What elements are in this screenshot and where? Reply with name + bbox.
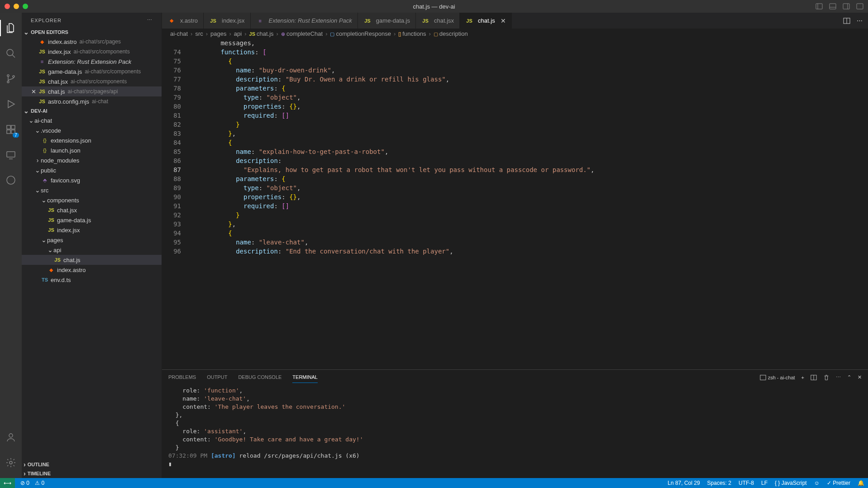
- open-editor-item[interactable]: ✕≡Extension: Rust Extension Pack: [22, 57, 162, 67]
- folder-components[interactable]: components: [22, 195, 162, 205]
- edge-tab[interactable]: [0, 169, 22, 191]
- file-chat.js[interactable]: JSchat.js: [22, 255, 162, 265]
- breadcrumb-item[interactable]: pages: [210, 30, 226, 37]
- search-icon: [5, 48, 16, 59]
- open-editor-item[interactable]: ✕JSchat.jsxai-chat/src/components: [22, 77, 162, 86]
- terminal-output[interactable]: role: 'function', name: 'leave-chat', co…: [162, 385, 868, 478]
- js-icon: JS: [465, 18, 473, 24]
- open-editor-item[interactable]: ✕◆index.astroai-chat/src/pages: [22, 37, 162, 47]
- file-extensions.json[interactable]: {}extensions.json: [22, 135, 162, 145]
- file-index.jsx[interactable]: JSindex.jsx: [22, 225, 162, 235]
- panel-tab-debug-console[interactable]: DEBUG CONSOLE: [238, 372, 281, 383]
- search-tab[interactable]: [0, 43, 22, 64]
- js-icon: JS: [47, 227, 55, 233]
- feedback-icon[interactable]: ☺: [814, 480, 820, 486]
- breadcrumb-item[interactable]: api: [234, 30, 242, 37]
- outline-header[interactable]: OUTLINE: [22, 460, 162, 469]
- tab-index-jsx[interactable]: JSindex.jsx: [204, 13, 251, 29]
- js-icon: JS: [38, 99, 46, 104]
- extensions-tab[interactable]: 7: [0, 119, 22, 140]
- layout-icon[interactable]: [856, 3, 863, 10]
- prettier-status[interactable]: ✓ Prettier: [827, 480, 850, 486]
- breadcrumb-item[interactable]: []functions: [398, 30, 426, 37]
- open-editor-item[interactable]: ✕JSgame-data.jsai-chat/src/components: [22, 67, 162, 77]
- window-controls: [5, 4, 28, 9]
- close-icon[interactable]: ✕: [501, 17, 506, 24]
- run-debug-tab[interactable]: [0, 93, 22, 115]
- breadcrumb-item[interactable]: ⊕completeChat: [281, 30, 323, 37]
- maximize-window[interactable]: [23, 4, 28, 9]
- warnings-count[interactable]: ⚠ 0: [35, 480, 44, 486]
- tab-x-astro[interactable]: ◆x.astro: [162, 13, 204, 29]
- remote-indicator[interactable]: ⟷: [0, 478, 15, 488]
- breadcrumb-item[interactable]: ▢completionResponse: [330, 30, 391, 37]
- more-actions[interactable]: ⋯: [857, 17, 863, 24]
- files-icon: [5, 23, 16, 33]
- indentation[interactable]: Spaces: 2: [707, 480, 731, 486]
- explorer-tab[interactable]: [0, 17, 22, 39]
- tab-Extension-Rust-Extension-Pack[interactable]: ≡Extension: Rust Extension Pack: [251, 13, 358, 29]
- json-icon: {}: [41, 148, 49, 153]
- panel-tab-problems[interactable]: PROBLEMS: [168, 372, 196, 383]
- open-editors-header[interactable]: OPEN EDITORS: [22, 28, 162, 37]
- file-chat.jsx[interactable]: JSchat.jsx: [22, 205, 162, 215]
- folder-src[interactable]: src: [22, 185, 162, 195]
- open-editor-item[interactable]: ✕JSastro.config.mjsai-chat: [22, 96, 162, 106]
- panel-left-icon[interactable]: [816, 3, 823, 10]
- open-editor-item[interactable]: ✕JSindex.jsxai-chat/src/components: [22, 47, 162, 57]
- new-terminal[interactable]: +: [801, 375, 804, 380]
- file-favicon.svg[interactable]: ⬘favicon.svg: [22, 175, 162, 185]
- encoding[interactable]: UTF-8: [739, 480, 754, 486]
- folder-ai-chat[interactable]: ai-chat: [22, 115, 162, 125]
- breadcrumb-item[interactable]: src: [195, 30, 203, 37]
- timeline-header[interactable]: TIMELINE: [22, 469, 162, 478]
- editor-area: ◆x.astroJSindex.jsx≡Extension: Rust Exte…: [162, 13, 868, 478]
- folder-node_modules[interactable]: node_modules: [22, 155, 162, 165]
- account-tab[interactable]: [0, 426, 22, 448]
- eol[interactable]: LF: [761, 480, 768, 486]
- account-icon: [5, 432, 16, 443]
- panel-maximize[interactable]: ⌃: [847, 374, 851, 380]
- extensions-badge: 7: [13, 133, 19, 138]
- file-index.astro[interactable]: ◆index.astro: [22, 265, 162, 275]
- breadcrumbs[interactable]: ai-chat›src›pages›api› JSchat.js›⊕comple…: [162, 29, 868, 38]
- panel-tab-terminal[interactable]: TERMINAL: [292, 372, 318, 383]
- breadcrumb-item[interactable]: ▢description: [434, 30, 468, 37]
- split-terminal-icon[interactable]: [811, 374, 817, 381]
- js-icon: JS: [38, 89, 46, 94]
- panel-close[interactable]: ✕: [858, 374, 862, 380]
- panel-right-icon[interactable]: [843, 3, 850, 10]
- split-editor-icon[interactable]: [843, 17, 850, 24]
- language-mode[interactable]: { } JavaScript: [775, 480, 807, 486]
- file-env.d.ts[interactable]: TSenv.d.ts: [22, 275, 162, 285]
- folder-.vscode[interactable]: .vscode: [22, 125, 162, 135]
- minimize-window[interactable]: [14, 4, 19, 9]
- errors-count[interactable]: ⊘ 0: [20, 480, 29, 486]
- panel-more[interactable]: ⋯: [836, 374, 841, 380]
- folder-public[interactable]: public: [22, 165, 162, 175]
- open-editor-item[interactable]: ✕JSchat.jsai-chat/src/pages/api: [22, 86, 162, 96]
- sidebar-menu[interactable]: ⋯: [147, 17, 153, 23]
- notifications-icon[interactable]: 🔔: [858, 480, 864, 486]
- source-control-tab[interactable]: [0, 68, 22, 90]
- tab-chat-jsx[interactable]: JSchat.jsx: [416, 13, 460, 29]
- breadcrumb-item[interactable]: JSchat.js: [249, 30, 274, 37]
- cursor-position[interactable]: Ln 87, Col 29: [668, 480, 700, 486]
- trash-icon[interactable]: [823, 374, 830, 381]
- file-launch.json[interactable]: {}launch.json: [22, 145, 162, 155]
- remote-tab[interactable]: [0, 144, 22, 166]
- panel-tab-output[interactable]: OUTPUT: [207, 372, 227, 383]
- folder-pages[interactable]: pages: [22, 235, 162, 245]
- project-header[interactable]: DEV-AI: [22, 106, 162, 115]
- terminal-selector[interactable]: zsh - ai-chat: [760, 374, 795, 381]
- close-window[interactable]: [5, 4, 10, 9]
- panel-bottom-icon[interactable]: [829, 3, 836, 10]
- settings-tab[interactable]: [0, 452, 22, 474]
- tab-game-data-js[interactable]: JSgame-data.js: [358, 13, 416, 29]
- tab-chat-js[interactable]: JSchat.js✕: [460, 13, 512, 29]
- file-game-data.js[interactable]: JSgame-data.js: [22, 215, 162, 225]
- code-editor[interactable]: 7475767778798081828384858687888990919293…: [162, 38, 868, 369]
- folder-api[interactable]: api: [22, 245, 162, 255]
- breadcrumb-item[interactable]: ai-chat: [170, 30, 188, 37]
- close-icon[interactable]: ✕: [30, 88, 37, 95]
